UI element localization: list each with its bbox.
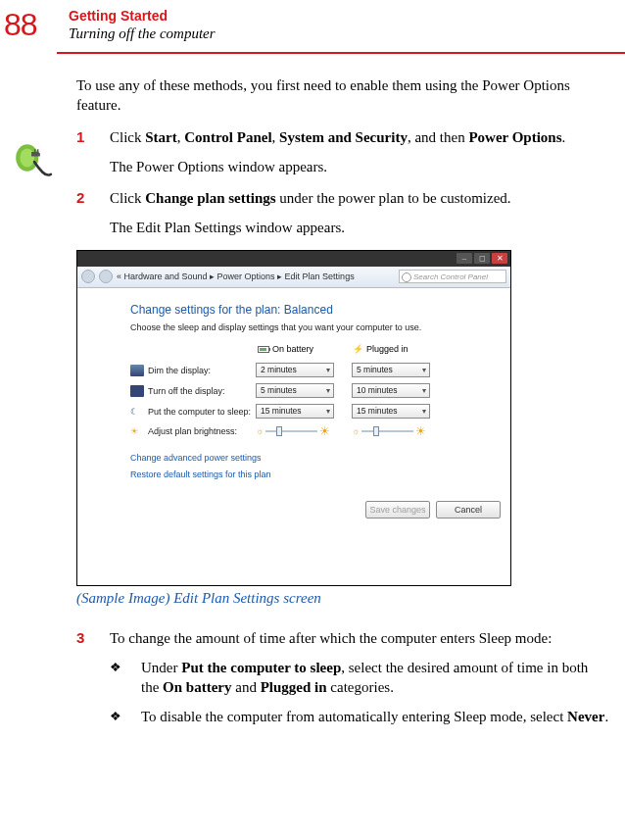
brightness-icon: ☀: [130, 425, 144, 437]
back-button[interactable]: [81, 270, 95, 283]
step-number: 2: [76, 188, 104, 208]
brightness-row: ☀ Adjust plan brightness: ☼ ☀ ☼ ☀: [130, 424, 489, 438]
intro-paragraph: To use any of these methods, you first n…: [76, 75, 609, 116]
bold-plugged-in: Plugged in: [261, 679, 327, 695]
step-2: 2 Click Change plan settings under the p…: [76, 188, 609, 208]
label: Put the computer to sleep:: [148, 406, 256, 418]
minimize-button[interactable]: –: [457, 253, 472, 264]
text: To disable the computer from automatical…: [141, 709, 567, 724]
screenshot-caption: (Sample Image) Edit Plan Settings screen: [76, 588, 625, 608]
dim-display-row: Dim the display: 2 minutes 5 minutes: [130, 363, 489, 377]
screenshot-body: Change settings for the plan: Balanced C…: [77, 288, 510, 496]
text: Under: [141, 660, 181, 675]
power-plug-icon: [12, 137, 53, 178]
links-group: Change advanced power settings Restore d…: [130, 452, 489, 480]
breadcrumb[interactable]: « Hardware and Sound ▸ Power Options ▸ E…: [117, 271, 395, 282]
cancel-button[interactable]: Cancel: [436, 501, 501, 519]
sun-dim-icon: ☼: [256, 425, 264, 437]
monitor-off-icon: [130, 385, 144, 397]
sun-dim-icon: ☼: [352, 425, 360, 437]
diamond-bullet-icon: ❖: [110, 659, 121, 676]
window-titlebar: – ◻ ✕: [77, 251, 510, 267]
dim-plugged-dropdown[interactable]: 5 minutes: [352, 363, 430, 377]
plan-subtitle: Choose the sleep and display settings th…: [130, 321, 489, 333]
step-1: 1 Click Start, Control Panel, System and…: [76, 127, 609, 147]
step-1-note: The Power Options window appears.: [110, 157, 609, 176]
forward-button[interactable]: [99, 270, 113, 283]
brightness-plugged-slider[interactable]: ☼ ☀: [352, 424, 426, 438]
page-number: 88: [0, 4, 69, 46]
plan-title: Change settings for the plan: Balanced: [130, 302, 489, 318]
screenshot-padding: [77, 528, 510, 585]
bold-on-battery: On battery: [163, 679, 231, 695]
label: Turn off the display:: [148, 385, 256, 397]
dialog-buttons: Save changes Cancel: [77, 495, 510, 528]
bold-start: Start: [145, 129, 177, 145]
nav-bar: « Hardware and Sound ▸ Power Options ▸ E…: [77, 267, 510, 288]
close-button[interactable]: ✕: [492, 253, 507, 264]
plug-icon: ⚡: [353, 343, 363, 355]
text: ,: [272, 129, 280, 145]
text: .: [562, 129, 566, 145]
bold-system-security: System and Security: [279, 129, 408, 145]
sleep-battery-dropdown[interactable]: 15 minutes: [256, 404, 334, 419]
plugged-in-header: ⚡ Plugged in: [353, 343, 409, 355]
bold-controlpanel: Control Panel: [184, 129, 271, 145]
step-3-block: 3 To change the amount of time after whi…: [0, 628, 625, 727]
page-header: 88 Getting Started Turning off the compu…: [0, 0, 625, 52]
label: Plugged in: [366, 343, 409, 355]
text: under the power plan to be customized.: [276, 190, 511, 206]
off-battery-dropdown[interactable]: 5 minutes: [256, 383, 334, 398]
section-title: Turning off the computer: [69, 25, 216, 42]
turn-off-display-row: Turn off the display: 5 minutes 10 minut…: [130, 383, 489, 398]
save-changes-button[interactable]: Save changes: [365, 501, 430, 519]
steps: 1 Click Start, Control Panel, System and…: [0, 127, 625, 238]
bold-power-options: Power Options: [468, 129, 561, 145]
header-text: Getting Started Turning off the computer: [69, 4, 216, 42]
label: Dim the display:: [148, 365, 256, 376]
text: and: [232, 679, 261, 695]
bold-put-sleep: Put the computer to sleep: [181, 660, 341, 675]
monitor-icon: [130, 365, 144, 376]
sleep-row: ☾ Put the computer to sleep: 15 minutes …: [130, 404, 489, 419]
column-headers: On battery ⚡ Plugged in: [258, 343, 489, 355]
off-plugged-dropdown[interactable]: 10 minutes: [352, 383, 430, 398]
sun-bright-icon: ☀: [319, 423, 330, 439]
search-input[interactable]: Search Control Panel: [399, 270, 506, 283]
diamond-bullet-icon: ❖: [110, 708, 121, 725]
label: On battery: [272, 343, 313, 355]
advanced-settings-link[interactable]: Change advanced power settings: [130, 452, 489, 464]
subbullet-body: To disable the computer from automatical…: [141, 707, 609, 726]
text: .: [604, 709, 608, 724]
step-body: Click Change plan settings under the pow…: [110, 188, 609, 208]
content-area: To use any of these methods, you first n…: [0, 75, 625, 116]
maximize-button[interactable]: ◻: [474, 253, 490, 264]
subbullet-a: ❖ Under Put the computer to sleep, selec…: [110, 658, 609, 698]
text: , and then: [408, 129, 468, 145]
sun-bright-icon: ☀: [415, 423, 426, 439]
brightness-battery-slider[interactable]: ☼ ☀: [256, 424, 330, 438]
chapter-title: Getting Started: [69, 8, 216, 25]
subbullet-b: ❖ To disable the computer from automatic…: [110, 707, 609, 726]
text: Click: [110, 190, 145, 206]
on-battery-header: On battery: [258, 343, 313, 355]
svg-point-1: [20, 149, 34, 168]
step-2-note: The Edit Plan Settings window appears.: [110, 218, 609, 237]
sleep-plugged-dropdown[interactable]: 15 minutes: [352, 404, 430, 419]
step-number: 3: [76, 628, 104, 648]
step-body: Click Start, Control Panel, System and S…: [110, 127, 609, 147]
dim-battery-dropdown[interactable]: 2 minutes: [256, 363, 334, 377]
bold-change-plan: Change plan settings: [145, 190, 275, 206]
step-body: To change the amount of time after which…: [110, 628, 609, 648]
sleep-icon: ☾: [130, 406, 144, 418]
step-number: 1: [76, 127, 104, 147]
label: Adjust plan brightness:: [148, 425, 256, 437]
text: categories.: [327, 679, 394, 695]
bold-never: Never: [567, 709, 604, 724]
step-3: 3 To change the amount of time after whi…: [76, 628, 609, 648]
screenshot-edit-plan-settings: – ◻ ✕ « Hardware and Sound ▸ Power Optio…: [76, 250, 511, 587]
subbullet-body: Under Put the computer to sleep, select …: [141, 658, 609, 698]
text: Click: [110, 129, 145, 145]
header-divider: [57, 52, 625, 54]
restore-defaults-link[interactable]: Restore default settings for this plan: [130, 469, 489, 480]
